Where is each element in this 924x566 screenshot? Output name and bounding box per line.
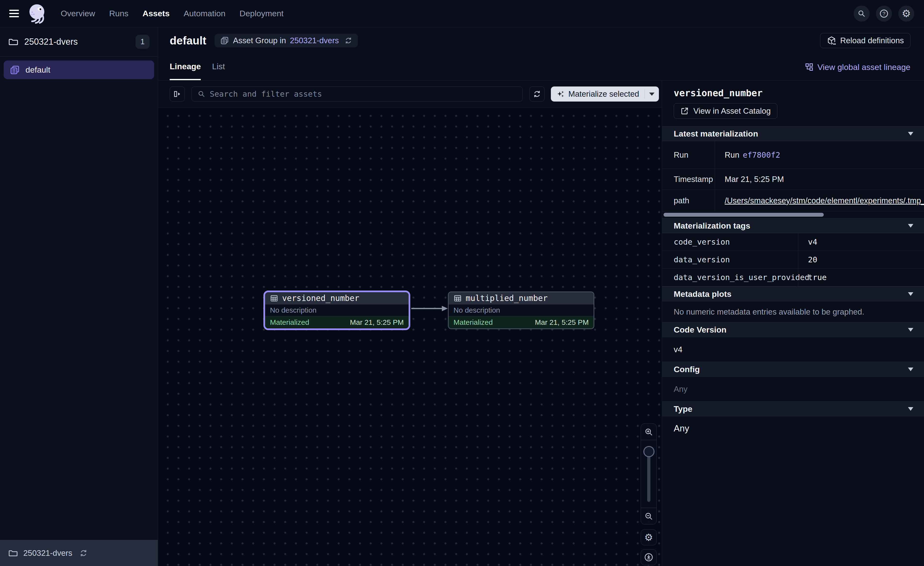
folder-icon [8, 37, 18, 47]
sparkle-icon [556, 90, 565, 98]
collapse-caret-icon[interactable] [908, 328, 914, 331]
collapse-caret-icon[interactable] [908, 292, 914, 296]
zoom-out-icon [644, 512, 653, 521]
sidebar-group-count-badge: 1 [135, 35, 150, 49]
settings-button[interactable]: ⚙ [898, 6, 914, 22]
tag-value: true [798, 269, 924, 286]
collapse-caret-icon[interactable] [908, 367, 914, 371]
asset-group-icon [220, 36, 229, 45]
asset-node-description: No description [448, 304, 594, 316]
panel-toggle-icon [173, 90, 182, 98]
materialized-status: Materialized [453, 318, 493, 327]
section-title: Materialization tags [674, 221, 750, 230]
graph-settings-button[interactable]: ⚙ [640, 529, 657, 545]
asset-details-title: versioned_number [674, 88, 924, 98]
page-header: default Asset Group in 250321-dvers Relo… [158, 27, 924, 54]
table-icon [453, 294, 462, 303]
materialized-timestamp: Mar 21, 5:25 PM [535, 318, 589, 327]
refresh-icon [532, 90, 542, 98]
dagster-app: Overview Runs Assets Automation Deployme… [0, 0, 924, 566]
table-icon [270, 294, 278, 303]
table-row: Timestamp Mar 21, 5:25 PM [662, 169, 924, 190]
tab-list[interactable]: List [212, 54, 225, 80]
nav-item-assets[interactable]: Assets [142, 9, 170, 18]
collapse-caret-icon[interactable] [908, 224, 914, 227]
lineage-graph-canvas[interactable]: versioned_number No description Material… [158, 108, 662, 566]
run-id-link[interactable]: ef7800f2 [743, 151, 780, 160]
sidebar-group-row[interactable]: 250321-dvers 1 [0, 27, 158, 57]
collapse-caret-icon[interactable] [908, 132, 914, 135]
metadata-plots-empty-message: No numeric metadata entries available to… [662, 301, 924, 322]
nav-item-overview[interactable]: Overview [61, 9, 95, 18]
section-title: Config [674, 364, 700, 374]
section-metadata-plots[interactable]: Metadata plots [662, 286, 924, 301]
asset-node-status-bar: Materialized Mar 21, 5:25 PM [265, 316, 409, 328]
path-link[interactable]: /Users/smackesey/stm/code/elementl/exper… [724, 196, 924, 205]
section-latest-materialization[interactable]: Latest materialization [662, 126, 924, 141]
table-row: path /Users/smackesey/stm/code/elementl/… [662, 190, 924, 211]
run-prefix: Run [724, 151, 740, 160]
nav-item-deployment[interactable]: Deployment [240, 9, 284, 18]
materialize-dropdown-button[interactable] [645, 86, 659, 102]
refresh-icon[interactable] [344, 36, 352, 45]
zoom-out-button[interactable] [641, 508, 657, 524]
view-global-asset-lineage-link[interactable]: View global asset lineage [805, 54, 910, 80]
asset-node-name: versioned_number [282, 294, 359, 303]
asset-node-status-bar: Materialized Mar 21, 5:25 PM [448, 316, 594, 328]
materialized-status: Materialized [270, 318, 309, 327]
svg-text:?: ? [882, 11, 885, 16]
lineage-toolbar: Materialize selected [158, 81, 662, 108]
nav-item-runs[interactable]: Runs [109, 9, 128, 18]
refresh-graph-button[interactable] [530, 86, 544, 102]
materialize-main[interactable]: Materialize selected [551, 89, 645, 99]
asset-node-header: multiplied_number [448, 292, 594, 304]
zoom-slider[interactable] [641, 440, 657, 508]
tab-lineage[interactable]: Lineage [170, 54, 201, 80]
view-global-asset-lineage-label: View global asset lineage [818, 62, 910, 72]
materialize-selected-button[interactable]: Materialize selected [551, 86, 659, 102]
zoom-slider-knob[interactable] [644, 446, 654, 457]
table-row: data_version 20 [662, 251, 924, 269]
zoom-group [640, 423, 657, 524]
zoom-in-button[interactable] [641, 424, 657, 440]
asset-node-versioned-number[interactable]: versioned_number No description Material… [263, 291, 410, 330]
tag-key: data_version [662, 251, 798, 268]
section-code-version[interactable]: Code Version [662, 322, 924, 337]
asset-node-description: No description [265, 304, 409, 316]
table-row: code_version v4 [662, 233, 924, 251]
tag-value: 20 [798, 251, 924, 268]
asset-groups-sidebar: 250321-dvers 1 default 250321-dvers [0, 27, 158, 566]
view-in-asset-catalog-button[interactable]: View in Asset Catalog [674, 103, 777, 119]
search-button[interactable] [854, 6, 870, 22]
gear-icon: ⚙ [902, 9, 911, 19]
refresh-icon[interactable] [79, 549, 88, 557]
section-config[interactable]: Config [662, 362, 924, 377]
hamburger-menu-icon[interactable] [9, 8, 19, 19]
dagster-logo-icon[interactable] [25, 2, 48, 25]
row-label: path [662, 190, 715, 211]
graph-zoom-controls: ⚙ [640, 423, 657, 565]
nav-item-automation[interactable]: Automation [184, 9, 225, 18]
external-link-icon [680, 107, 689, 115]
collapse-caret-icon[interactable] [908, 407, 914, 411]
badge-group-link[interactable]: 250321-dvers [290, 36, 339, 45]
download-graph-button[interactable] [640, 549, 657, 565]
section-materialization-tags[interactable]: Materialization tags [662, 218, 924, 233]
asset-node-multiplied-number[interactable]: multiplied_number No description Materia… [448, 292, 594, 329]
top-nav-actions: ? ⚙ [854, 6, 914, 22]
table-row: Run Run ef7800f2 [662, 141, 924, 169]
reload-definitions-button[interactable]: Reload definitions [820, 33, 910, 48]
zoom-in-icon [644, 428, 653, 436]
help-button[interactable]: ? [876, 6, 892, 22]
scrollbar-thumb[interactable] [663, 213, 824, 217]
search-input[interactable] [210, 89, 517, 99]
lineage-graph-icon [805, 63, 813, 71]
materialized-timestamp: Mar 21, 5:25 PM [350, 318, 404, 327]
tabs-row: Lineage List View global asset lineage [158, 54, 924, 80]
sidebar-item-default[interactable]: default [4, 60, 154, 79]
row-value: Run ef7800f2 [715, 141, 924, 169]
section-type[interactable]: Type [662, 401, 924, 416]
expand-panel-button[interactable] [170, 86, 185, 102]
help-icon: ? [879, 9, 889, 18]
tag-key: data_version_is_user_provided [662, 269, 798, 286]
